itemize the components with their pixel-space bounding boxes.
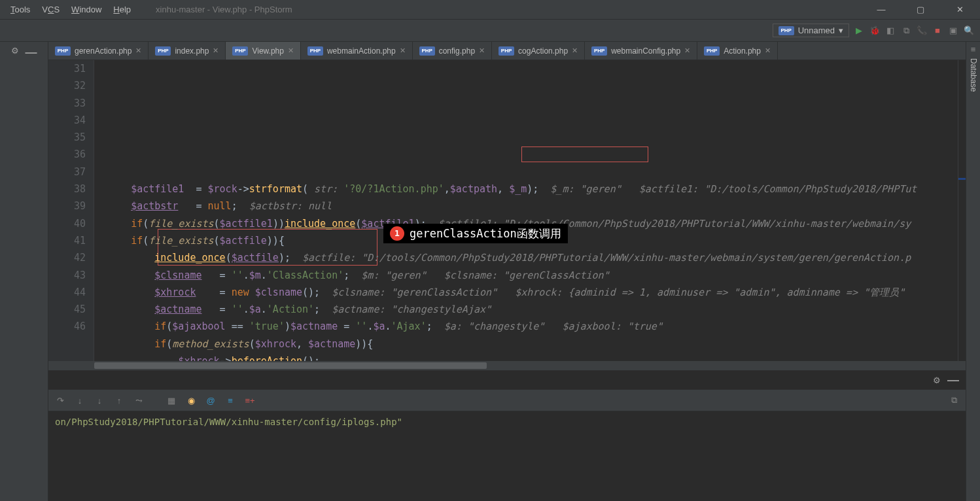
tab-label: gerenAction.php [75, 46, 131, 56]
search-everywhere-button[interactable]: 🔍 [963, 25, 975, 37]
debug-output[interactable]: on/PhpStudy2018/PHPTutorial/WWW/xinhu-ma… [48, 411, 966, 501]
debug-panel-header: ⚙ — [48, 371, 966, 389]
scrollbar-overview[interactable] [958, 60, 966, 361]
tab-close-icon[interactable]: ✕ [572, 46, 578, 55]
database-panel-label[interactable]: Database [969, 58, 978, 92]
tab-label: index.php [175, 46, 209, 56]
add-icon[interactable]: ≡+ [243, 394, 256, 407]
php-icon: PHP [779, 26, 794, 35]
layout-settings-icon[interactable]: ⧉ [947, 394, 960, 407]
php-icon: PHP [704, 46, 720, 56]
tab-close-icon[interactable]: ✕ [765, 46, 771, 55]
debug-output-line: on/PhpStudy2018/PHPTutorial/WWW/xinhu-ma… [55, 417, 402, 427]
code-line-36[interactable]: $clsname = ''.$m.'ClassAction'; $m: "ger… [101, 267, 958, 284]
editor-tab-Action-php[interactable]: PHPAction.php✕ [697, 42, 778, 60]
left-tool-strip: ⚙ — [0, 42, 48, 501]
code-line-32[interactable]: $actbstr = null; $actbstr: null [101, 198, 958, 215]
watches-icon[interactable]: ◉ [184, 394, 198, 407]
fold-gutter[interactable] [94, 60, 101, 361]
tab-close-icon[interactable]: ✕ [400, 46, 406, 55]
editor-tab-webmainConfig-php[interactable]: PHPwebmainConfig.php✕ [585, 42, 697, 60]
layout-button[interactable]: ▣ [947, 25, 959, 37]
php-icon: PHP [499, 46, 514, 56]
debug-toolbar: ↷ ↓ ↓ ↑ ⤳ ▦ ◉ @ ≡ ≡+ ⧉ [48, 389, 966, 411]
editor-tab-webmainAction-php[interactable]: PHPwebmainAction.php✕ [301, 42, 413, 60]
database-panel-icon[interactable]: ≡ [971, 44, 976, 54]
php-icon: PHP [55, 46, 71, 56]
run-config-name: Unnamed [798, 26, 835, 35]
tab-label: Action.php [724, 46, 761, 56]
code-line-37[interactable]: $xhrock = new $clsname(); $clsname: "ger… [101, 284, 958, 301]
horizontal-scrollbar[interactable] [48, 361, 966, 370]
tab-label: View.php [252, 46, 284, 56]
main-menu: Tools VCS Window Help [5, 3, 136, 16]
tab-close-icon[interactable]: ✕ [479, 46, 485, 55]
editor-tab-gerenAction-php[interactable]: PHPgerenAction.php✕ [48, 42, 149, 60]
editor-tab-index-php[interactable]: PHPindex.php✕ [149, 42, 226, 60]
php-icon: PHP [307, 46, 323, 56]
annotation-number: 1 [390, 226, 404, 241]
debug-button[interactable]: 🐞 [869, 25, 881, 37]
at-icon[interactable]: @ [204, 394, 217, 407]
run-button[interactable]: ▶ [853, 25, 865, 37]
run-config-selector[interactable]: PHP Unnamed ▾ [773, 24, 849, 37]
scrollbar-thumb[interactable] [94, 362, 487, 369]
chevron-down-icon: ▾ [839, 26, 843, 35]
tab-close-icon[interactable]: ✕ [288, 46, 294, 55]
stop-button[interactable]: ■ [932, 25, 943, 37]
coverage-button[interactable]: ◧ [884, 25, 896, 37]
tab-close-icon[interactable]: ✕ [135, 46, 141, 55]
force-step-icon[interactable]: ↑ [113, 394, 126, 407]
code-editor[interactable]: 1 gerenClassAction函数调用 $actfile1 = $rock… [101, 60, 958, 361]
menu-help[interactable]: Help [108, 3, 136, 16]
evaluate-icon[interactable]: ▦ [165, 394, 178, 407]
profiler-button[interactable]: ⧉ [900, 25, 912, 37]
line-number-gutter[interactable]: 31323334353637383940414243444546 [58, 60, 94, 361]
debug-panel: ⚙ — ↷ ↓ ↓ ↑ ⤳ ▦ ◉ @ ≡ ≡+ ⧉ on/PhpStudy20… [48, 370, 966, 501]
code-line-41[interactable]: $xhrock->beforeAction(); [101, 353, 958, 361]
settings-icon[interactable]: ⚙ [11, 46, 19, 60]
code-line-40[interactable]: if(method_exists($xhrock, $actname)){ [101, 336, 958, 353]
editor-tab-cogAction-php[interactable]: PHPcogAction.php✕ [492, 42, 585, 60]
highlight-box-clsname [521, 147, 648, 162]
tab-close-icon[interactable]: ✕ [213, 46, 219, 55]
menu-window[interactable]: Window [66, 3, 107, 16]
code-line-31[interactable]: $actfile1 = $rock->strformat( str: '?0/?… [101, 181, 958, 198]
editor-tab-config-php[interactable]: PHPconfig.php✕ [413, 42, 492, 60]
php-icon: PHP [155, 46, 171, 56]
menu-vcs[interactable]: VCS [37, 3, 65, 16]
php-icon: PHP [419, 46, 435, 56]
window-title: xinhu-master - View.php - PhpStorm [156, 5, 292, 14]
code-line-39[interactable]: if($ajaxbool == 'true')$actname = ''.$a.… [101, 318, 958, 335]
debug-collapse-icon[interactable]: — [947, 373, 959, 387]
collapse-icon[interactable]: — [26, 46, 37, 60]
step-out-icon[interactable]: ↓ [93, 394, 106, 407]
list-icon[interactable]: ≡ [224, 394, 237, 407]
php-icon: PHP [232, 46, 248, 56]
run-to-cursor-icon[interactable]: ⤳ [132, 394, 145, 407]
main-toolbar: PHP Unnamed ▾ ▶ 🐞 ◧ ⧉ 📞 ■ ▣ 🔍 [0, 20, 980, 42]
window-controls: — ▢ ✕ [871, 3, 975, 16]
menu-tools[interactable]: Tools [5, 3, 35, 16]
exec-marker [958, 178, 966, 180]
close-button[interactable]: ✕ [950, 3, 970, 16]
code-line-38[interactable]: $actname = ''.$a.'Action'; $actname: "ch… [101, 301, 958, 318]
code-line-35[interactable]: include_once($actfile); $actfile: "D:/to… [101, 249, 958, 266]
titlebar: Tools VCS Window Help xinhu-master - Vie… [0, 0, 980, 20]
debug-settings-icon[interactable]: ⚙ [933, 375, 941, 385]
maximize-button[interactable]: ▢ [911, 3, 930, 16]
right-tool-strip: ≡ Database [966, 42, 980, 501]
editor-tabbar: PHPgerenAction.php✕PHPindex.php✕PHPView.… [48, 42, 966, 60]
editor-area[interactable]: 31323334353637383940414243444546 1 geren… [48, 60, 966, 361]
tab-label: config.php [439, 46, 475, 56]
minimize-button[interactable]: — [871, 3, 891, 16]
tab-label: webmainAction.php [327, 46, 396, 56]
breakpoint-gutter[interactable] [48, 60, 58, 361]
annotation-callout: 1 gerenClassAction函数调用 [383, 224, 568, 243]
tab-close-icon[interactable]: ✕ [684, 46, 690, 55]
editor-tab-View-php[interactable]: PHPView.php✕ [226, 42, 301, 60]
step-over-icon[interactable]: ↷ [54, 394, 67, 407]
step-into-icon[interactable]: ↓ [73, 394, 86, 407]
attach-button[interactable]: 📞 [916, 25, 928, 37]
annotation-text: gerenClassAction函数调用 [410, 225, 561, 242]
